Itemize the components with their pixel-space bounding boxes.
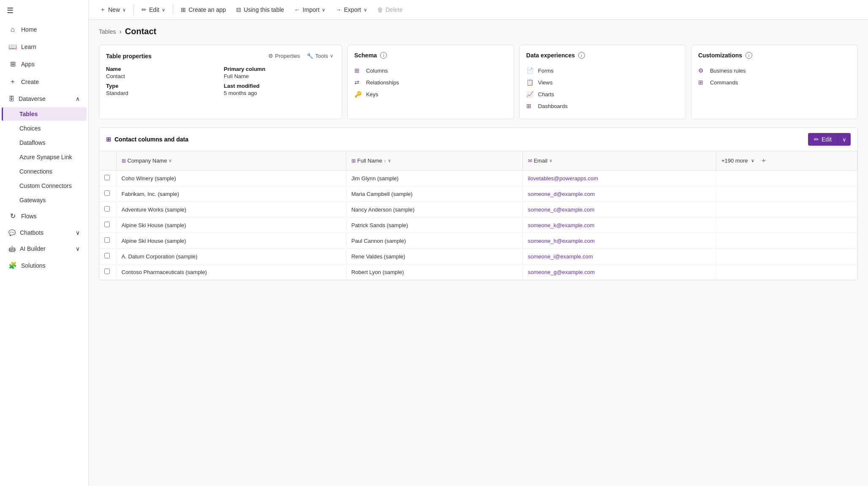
schema-keys-link[interactable]: 🔑 Keys [354,88,507,100]
row-checkbox[interactable] [99,264,116,280]
breadcrumb-parent[interactable]: Tables [99,28,116,35]
sidebar-sub-item-dataflows[interactable]: Dataflows [2,136,87,149]
delete-button[interactable]: 🗑 Delete [373,4,407,16]
email-cell: someone_k@example.com [522,217,716,233]
sidebar-sub-item-connections[interactable]: Connections [2,165,87,178]
flows-icon: ↻ [8,212,17,220]
email-cell: someone_d@example.com [522,186,716,202]
sidebar-item-dataverse[interactable]: 🗄 Dataverse ∧ [2,91,87,106]
fullname-cell: Rene Valdes (sample) [346,249,522,264]
edit-btn-group: ✏ Edit ∨ [808,133,851,146]
forms-link[interactable]: 📄 Forms [526,65,679,76]
sidebar-item-learn[interactable]: 📖 Learn [2,38,87,55]
ai-builder-icon: 🤖 [8,245,16,252]
fullname-cell: Robert Lyon (sample) [346,264,522,280]
more-cols-header[interactable]: +190 more ∨ ＋ [716,151,857,171]
home-icon: ⌂ [8,26,17,33]
new-button[interactable]: ＋ New ∨ [95,3,130,16]
table-row: Adventure Works (sample) Nancy Anderson … [99,202,857,217]
company-cell: Alpine Ski House (sample) [116,217,346,233]
plus-icon: ＋ [100,6,106,14]
full-name-col-header[interactable]: ⊞ Full Name ↑ ∨ [346,151,522,171]
relationships-icon: ⇄ [354,79,363,86]
type-label: Type [106,83,217,89]
row-checkbox[interactable] [99,233,116,249]
schema-relationships-link[interactable]: ⇄ Relationships [354,76,507,88]
dashboards-link[interactable]: ⊞ Dashboards [526,100,679,112]
business-rules-link[interactable]: ⚙ Business rules [698,65,851,76]
customizations-info-icon: i [746,52,752,59]
email-col-header[interactable]: ✉ Email ∨ [522,151,716,171]
sort-icon: ∨ [169,158,172,163]
dataverse-icon: 🗄 [8,95,14,102]
checkbox-col-header [99,151,116,171]
toolbar-divider-2 [173,5,173,15]
export-button[interactable]: → Export ∨ [331,4,371,16]
empty-cell [716,217,857,233]
row-checkbox[interactable] [99,171,116,186]
contact-table-section: ⊞ Contact columns and data ✏ Edit ∨ [99,128,858,280]
sidebar-sub-label: Connections [19,168,52,175]
empty-cell [716,264,857,280]
company-name-col-header[interactable]: ⊞ Company Name ∨ [116,151,346,171]
empty-cell [716,186,857,202]
edit-button[interactable]: ✏ Edit ∨ [137,4,169,16]
properties-button[interactable]: ⚙ Properties [267,52,302,60]
hamburger-icon[interactable]: ☰ [0,0,88,21]
charts-link[interactable]: 📈 Charts [526,88,679,100]
company-cell: Alpine Ski House (sample) [116,233,346,249]
create-app-icon: ⊞ [181,6,186,13]
sidebar-item-chatbots[interactable]: 💬 Chatbots ∨ [2,225,87,240]
sidebar-sub-item-choices[interactable]: Choices [2,122,87,135]
sidebar-sub-label: Gateways [19,197,46,204]
commands-icon: ⊞ [698,79,707,86]
sidebar-sub-item-tables[interactable]: Tables [2,107,87,121]
chevron-down-icon: ∨ [322,7,325,13]
row-checkbox[interactable] [99,202,116,217]
sidebar-item-flows[interactable]: ↻ Flows [2,208,87,224]
last-modified-label: Last modified [224,83,335,89]
sidebar-item-apps[interactable]: ⊞ Apps [2,56,87,72]
tools-icon: 🔧 [307,53,313,59]
sidebar-item-ai-builder[interactable]: 🤖 AI Builder ∨ [2,241,87,256]
tools-button[interactable]: 🔧 Tools ∨ [305,52,335,60]
commands-link[interactable]: ⊞ Commands [698,76,851,88]
company-cell: Contoso Pharmaceuticals (sample) [116,264,346,280]
add-column-button[interactable]: ＋ [758,155,770,166]
row-checkbox[interactable] [99,249,116,264]
email-sort-icon: ∨ [549,158,552,163]
toolbar-divider [133,5,134,15]
sidebar-sub-item-custom-connectors[interactable]: Custom Connectors [2,179,87,193]
views-link[interactable]: 📋 Views [526,76,679,88]
company-cell: Coho Winery (sample) [116,171,346,186]
sidebar-item-label: Apps [21,61,35,68]
edit-chevron-button[interactable]: ∨ [838,133,851,146]
company-cell: Adventure Works (sample) [116,202,346,217]
empty-cell [716,171,857,186]
table-properties-card: Table properties ⚙ Properties 🔧 Tools ∨ … [99,45,342,119]
edit-pencil-icon: ✏ [814,136,819,143]
more-cols-chevron: ∨ [751,158,754,163]
chevron-down-icon: ∨ [364,7,367,13]
row-checkbox[interactable] [99,186,116,202]
sidebar-sub-item-azure-synapse[interactable]: Azure Synapse Link [2,150,87,164]
sidebar-item-solutions[interactable]: 🧩 Solutions [2,257,87,274]
schema-card: Schema i ⊞ Columns ⇄ Relationships 🔑 Key… [347,45,514,119]
fullname-col-icon: ⊞ [351,158,356,164]
contact-edit-button[interactable]: ✏ Edit [808,133,838,146]
email-cell: someone_g@example.com [522,264,716,280]
create-app-button[interactable]: ⊞ Create an app [177,4,230,16]
sidebar-item-label: AI Builder [20,245,46,252]
breadcrumb-separator: › [119,28,121,35]
sidebar-item-home[interactable]: ⌂ Home [2,22,87,38]
chevron-down-icon: ∨ [76,245,80,252]
sidebar-sub-item-gateways[interactable]: Gateways [2,193,87,207]
more-cols-button[interactable]: +190 more [721,157,748,164]
sidebar-item-create[interactable]: ＋ Create [2,73,87,90]
forms-icon: 📄 [526,67,535,74]
import-button[interactable]: ← Import ∨ [290,4,330,16]
contact-table-title: Contact columns and data [114,136,188,143]
row-checkbox[interactable] [99,217,116,233]
using-table-button[interactable]: ⊟ Using this table [232,4,288,16]
schema-columns-link[interactable]: ⊞ Columns [354,65,507,76]
